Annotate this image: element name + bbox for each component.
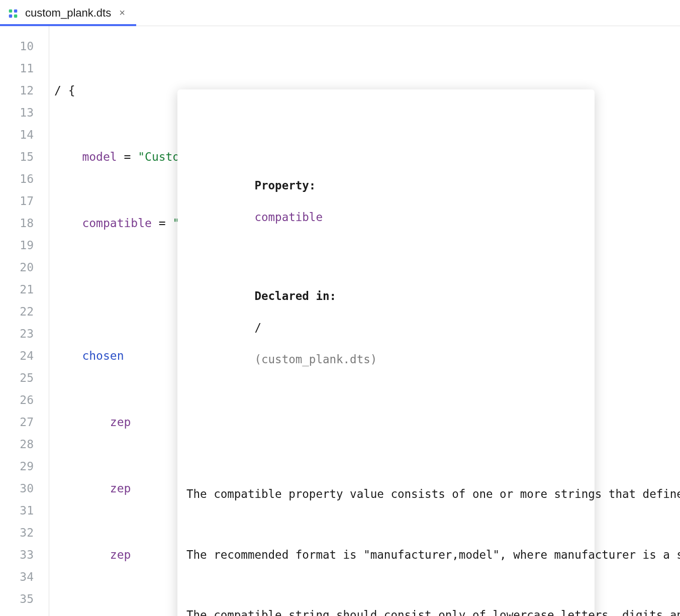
line-number: 28	[0, 433, 34, 455]
tab-filename: custom_plank.dts	[25, 7, 111, 20]
line-number: 16	[0, 168, 34, 190]
line-number: 29	[0, 455, 34, 477]
line-number: 18	[0, 212, 34, 234]
chosen-node: chosen	[82, 349, 124, 362]
line-number: 17	[0, 190, 34, 212]
line-number: 14	[0, 124, 34, 146]
line-number: 30	[0, 477, 34, 499]
code-editor[interactable]: 1011121314151617181920212223242526272829…	[0, 26, 680, 616]
svg-rect-3	[14, 14, 17, 17]
line-number: 12	[0, 79, 34, 101]
compatible-prop: compatible	[82, 217, 151, 230]
line-number: 23	[0, 323, 34, 345]
hover-documentation-popup[interactable]: Property: compatible Declared in: / (cus…	[177, 89, 595, 616]
line-number: 22	[0, 300, 34, 323]
line-number: 34	[0, 566, 34, 588]
line-number: 10	[0, 35, 34, 57]
line-number: 31	[0, 499, 34, 522]
popup-body: The compatible property value consists o…	[186, 455, 586, 616]
line-number-gutter: 1011121314151617181920212223242526272829…	[0, 26, 49, 616]
popup-header: Property: compatible Declared in: / (cus…	[186, 130, 586, 415]
line-number: 33	[0, 544, 34, 566]
svg-rect-0	[9, 9, 12, 12]
root-open: / {	[54, 84, 75, 97]
editor-tab-bar: custom_plank.dts ×	[0, 0, 680, 26]
model-prop: model	[82, 150, 117, 163]
code-area[interactable]: / { model = "Custom Plank Board"; compat…	[49, 26, 680, 616]
line-number: 24	[0, 345, 34, 367]
line-number: 13	[0, 101, 34, 124]
line-number: 27	[0, 411, 34, 433]
svg-rect-2	[9, 14, 12, 17]
devicetree-file-icon	[7, 7, 19, 19]
line-number: 15	[0, 146, 34, 168]
line-number: 35	[0, 588, 34, 610]
file-tab[interactable]: custom_plank.dts ×	[0, 0, 136, 26]
line-number: 11	[0, 57, 34, 79]
svg-rect-1	[14, 9, 17, 12]
line-number: 19	[0, 234, 34, 256]
line-number: 20	[0, 256, 34, 278]
line-number: 25	[0, 367, 34, 389]
line-number: 21	[0, 278, 34, 300]
line-number: 26	[0, 389, 34, 411]
close-icon[interactable]: ×	[117, 7, 127, 19]
line-number: 32	[0, 522, 34, 544]
